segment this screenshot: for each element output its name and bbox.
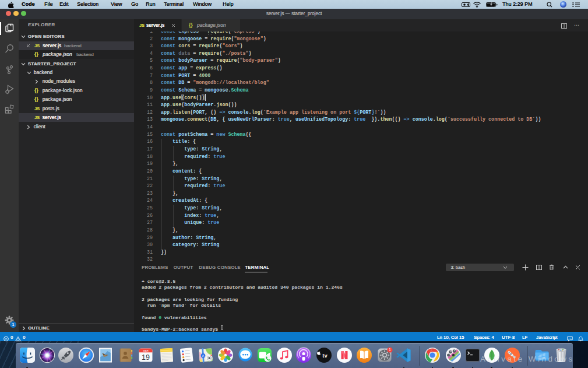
svg-text:MAR: MAR — [143, 349, 148, 352]
svg-text:1: 1 — [389, 348, 391, 352]
svg-text:19: 19 — [142, 353, 150, 362]
svg-text:tv: tv — [323, 352, 328, 359]
